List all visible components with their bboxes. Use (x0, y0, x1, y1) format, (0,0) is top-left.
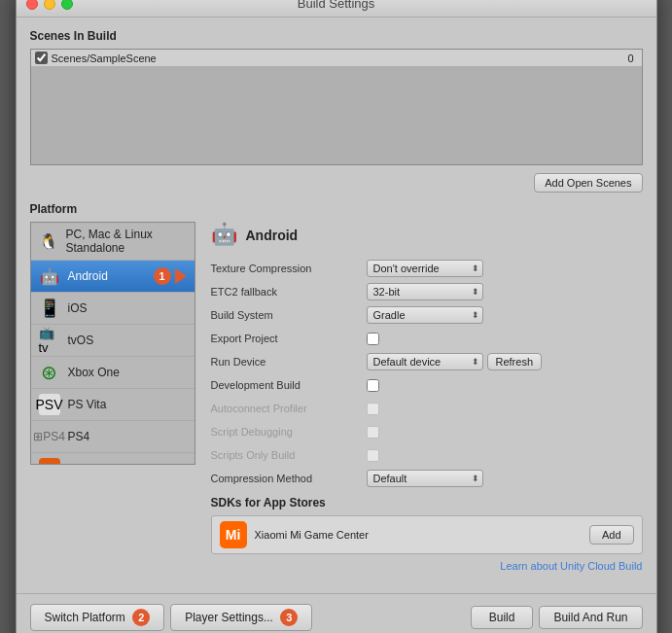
platform-item-xboxone[interactable]: ⊛ Xbox One (31, 357, 195, 389)
webgl-icon: H (39, 458, 60, 465)
etc2-fallback-label: ETC2 fallback (211, 286, 367, 298)
switch-platform-button[interactable]: Switch Platform 2 (30, 604, 165, 631)
platform-section: 🐧 PC, Mac & Linux Standalone 🤖 Android 1… (30, 222, 643, 572)
etc2-fallback-row: ETC2 fallback 32-bit (211, 282, 643, 301)
build-system-dropdown-wrap: Gradle (367, 306, 483, 324)
tvos-icon: 📺tv (39, 330, 60, 351)
player-settings-badge: 3 (280, 609, 298, 626)
compression-method-row: Compression Method Default (211, 469, 643, 488)
build-settings-window: Build Settings Scenes In Build Scenes/Sa… (16, 0, 657, 633)
platform-label: Platform (30, 202, 643, 216)
player-settings-button[interactable]: Player Settings... 3 (170, 604, 312, 631)
minimize-button[interactable] (44, 0, 55, 10)
autoconnect-profiler-label: Autoconnect Profiler (211, 403, 367, 414)
xboxone-label: Xbox One (68, 366, 120, 379)
build-system-select[interactable]: Gradle (367, 306, 483, 324)
script-debugging-row: Script Debugging (211, 422, 643, 441)
close-button[interactable] (26, 0, 38, 10)
tvos-label: tvOS (68, 334, 94, 347)
standalone-icon: 🐧 (39, 230, 58, 252)
android-settings-panel: 🤖 Android Texture Compression Don't over… (195, 222, 643, 572)
sdks-section: SDKs for App Stores Mi Xiaomi Mi Game Ce… (211, 496, 643, 554)
webgl-label: WebGL (68, 462, 107, 465)
refresh-button[interactable]: Refresh (487, 353, 543, 370)
platform-item-webgl[interactable]: H WebGL (31, 453, 195, 465)
maximize-button[interactable] (61, 0, 73, 10)
development-build-label: Development Build (211, 379, 367, 391)
compression-method-label: Compression Method (211, 473, 367, 484)
scene-name: Scenes/SampleScene (52, 53, 628, 64)
ios-label: iOS (68, 301, 88, 315)
cloud-link-row: Learn about Unity Cloud Build (211, 560, 643, 572)
android-header-icon: 🤖 (211, 222, 238, 249)
scene-index: 0 (627, 53, 633, 64)
platform-item-ios[interactable]: 📱 iOS (31, 293, 195, 325)
android-title: Android (246, 228, 299, 243)
android-header: 🤖 Android (211, 222, 643, 249)
xiaomi-icon: Mi (220, 521, 247, 548)
autoconnect-profiler-row: Autoconnect Profiler (211, 399, 643, 418)
platform-list-container: 🐧 PC, Mac & Linux Standalone 🤖 Android 1… (30, 222, 195, 572)
scenes-box: Scenes/SampleScene 0 (30, 49, 643, 165)
compression-method-dropdown-wrap: Default (367, 470, 483, 487)
compression-method-select[interactable]: Default (367, 470, 483, 487)
ios-icon: 📱 (39, 298, 60, 319)
scene-row: Scenes/SampleScene 0 (31, 50, 642, 66)
add-open-scenes-row: Add Open Scenes (30, 173, 643, 193)
development-build-checkbox[interactable] (367, 379, 379, 392)
traffic-lights (26, 0, 73, 10)
platform-item-standalone[interactable]: 🐧 PC, Mac & Linux Standalone (31, 223, 195, 261)
android-icon: 🤖 (39, 265, 60, 287)
texture-compression-dropdown-wrap: Don't override (367, 260, 483, 277)
main-content: Scenes In Build Scenes/SampleScene 0 Add… (17, 18, 656, 583)
platform-item-psvita[interactable]: PSV PS Vita (31, 389, 195, 421)
add-open-scenes-button[interactable]: Add Open Scenes (534, 173, 642, 193)
autoconnect-profiler-checkbox[interactable] (367, 403, 379, 415)
sdk-name: Xiaomi Mi Game Center (255, 529, 582, 541)
sdk-add-button[interactable]: Add (589, 525, 634, 545)
android-label: Android (68, 269, 108, 283)
platform-item-ps4[interactable]: ⊞PS4 PS4 (31, 421, 195, 453)
platform-list: 🐧 PC, Mac & Linux Standalone 🤖 Android 1… (30, 222, 195, 465)
run-device-select[interactable]: Default device (367, 353, 483, 370)
psvita-label: PS Vita (68, 398, 107, 411)
export-project-checkbox[interactable] (367, 333, 379, 345)
scripts-only-build-row: Scripts Only Build (211, 445, 643, 465)
android-badge: 1 (154, 267, 171, 285)
script-debugging-checkbox[interactable] (367, 426, 379, 439)
window-title: Build Settings (298, 0, 375, 11)
xboxone-icon: ⊛ (39, 362, 60, 383)
texture-compression-row: Texture Compression Don't override (211, 259, 643, 278)
run-device-dropdown-wrap: Default device (367, 353, 483, 370)
sdk-row: Mi Xiaomi Mi Game Center Add (211, 515, 643, 554)
scenes-label: Scenes In Build (30, 29, 643, 43)
development-build-row: Development Build (211, 375, 643, 395)
scripts-only-build-checkbox[interactable] (367, 449, 379, 462)
etc2-fallback-select[interactable]: 32-bit (367, 283, 483, 300)
ps4-label: PS4 (68, 430, 90, 443)
run-device-controls: Default device Refresh (367, 353, 543, 370)
texture-compression-select[interactable]: Don't override (367, 260, 483, 277)
sdks-label: SDKs for App Stores (211, 496, 643, 510)
build-button[interactable]: Build (471, 606, 534, 629)
run-device-row: Run Device Default device Refresh (211, 352, 643, 371)
ps4-icon: ⊞PS4 (39, 426, 60, 447)
script-debugging-label: Script Debugging (211, 426, 367, 438)
standalone-label: PC, Mac & Linux Standalone (66, 228, 187, 255)
build-system-label: Build System (211, 309, 367, 321)
bottom-left-buttons: Switch Platform 2 Player Settings... 3 (30, 604, 313, 631)
scripts-only-build-label: Scripts Only Build (211, 449, 367, 461)
title-bar: Build Settings (17, 0, 656, 18)
texture-compression-label: Texture Compression (211, 263, 367, 274)
build-system-row: Build System Gradle (211, 305, 643, 325)
platform-item-tvos[interactable]: 📺tv tvOS (31, 325, 195, 357)
export-project-row: Export Project (211, 329, 643, 348)
psvita-icon: PSV (39, 394, 60, 415)
scene-checkbox[interactable] (35, 52, 48, 64)
cloud-link[interactable]: Learn about Unity Cloud Build (500, 560, 642, 572)
android-arrow-icon (175, 268, 187, 284)
build-and-run-button[interactable]: Build And Run (539, 606, 642, 629)
switch-platform-badge: 2 (132, 609, 150, 626)
platform-item-android[interactable]: 🤖 Android 1 (31, 261, 195, 293)
bottom-right-buttons: Build Build And Run (471, 606, 643, 629)
